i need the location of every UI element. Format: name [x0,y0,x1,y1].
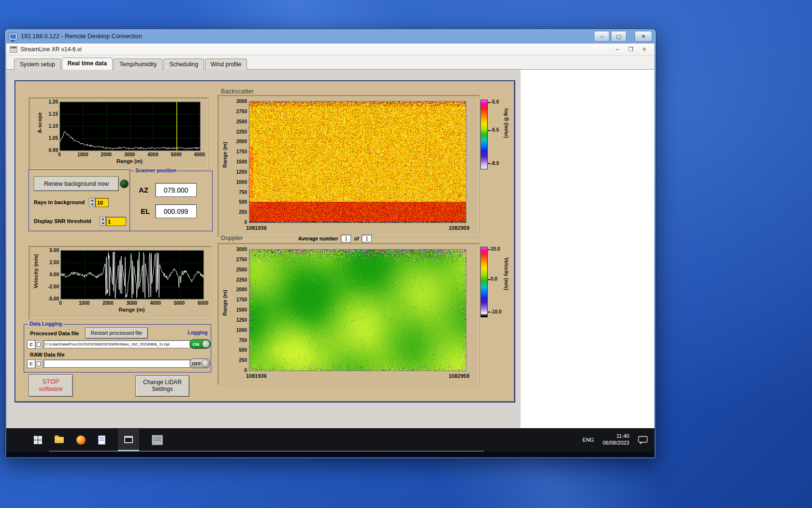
active-app-button[interactable] [118,429,139,451]
toggle-knob [202,359,209,367]
backscatter-y-ticks: 3000275025002250200017501500125010007505… [231,101,247,222]
scanner-position-box: Scanner position AZ 079.000 EL 000.099 [130,171,213,231]
tick-label: 1750 [236,149,247,154]
clock-date: 06/08/2023 [603,440,629,447]
colorbar-tick-label: -6.5 [488,127,499,133]
notification-icon[interactable] [638,436,648,444]
doppler-y-ticks: 3000275025002250200017501500125010007505… [231,249,247,370]
colorbar-tick-label: 0.0 [488,276,497,282]
tick-label: 2000 [102,300,113,306]
ascope-plot-area [59,102,201,151]
doppler-title: Doppler [221,234,243,241]
processed-logging-toggle[interactable]: ON [189,339,211,349]
tick-label: 0.99 [49,148,58,153]
tick-label: 250 [239,358,247,363]
backscatter-x-labels: 1081936 1082959 [246,225,469,231]
data-logging-box: Data Logging Processed Data file Restart… [24,324,211,373]
raw-logging-toggle[interactable]: OFF [189,359,210,368]
backscatter-plot-area [249,101,466,223]
restart-processed-file-button[interactable]: Restart processed file [85,328,148,339]
tick-label: 0 [244,368,247,373]
lidar-control-panel: A-scope 1.201.151.101.050.99 01000200030… [14,80,515,403]
processed-drive-button[interactable]: C [27,340,35,349]
language-indicator[interactable]: ENG [582,437,594,443]
tab-scheduling[interactable]: Scheduling [163,59,203,70]
raw-browse-icon[interactable] [35,359,42,368]
processed-browse-icon[interactable] [35,340,42,349]
raw-drive-button[interactable]: C [27,359,35,368]
tick-label: 1.10 [49,123,58,129]
tick-label: 750 [239,338,247,343]
tab-temp-humidity[interactable]: Temp/humidity [114,59,162,70]
raw-data-file-label: RAW Data file [30,352,65,358]
tick-label: 3000 [124,152,135,157]
backscatter-x-end: 1082959 [449,225,469,231]
clock-time: 11:40 [616,433,629,440]
tick-label: 2250 [236,277,247,283]
rays-in-background-label: Rays in background [34,199,85,205]
file-explorer-button[interactable] [55,437,64,443]
average-number-row: Average number 1 of 1 [298,235,372,242]
velocity-x-axis-label: Range (m) [60,307,203,313]
streamline-app-window: StreamLine XR v14-6.vi – ❐ ✕ System setu… [6,44,654,428]
average-number-field[interactable]: 1 [341,235,351,242]
app-minimize-button[interactable]: – [610,45,624,54]
renew-background-button[interactable]: Renew background now [34,177,119,191]
tab-real-time-data[interactable]: Real time data [62,58,113,70]
snr-spinner[interactable] [100,217,106,226]
tick-label: 5000 [174,300,185,306]
el-value-field[interactable]: 000.099 [155,204,197,218]
app-titlebar[interactable]: StreamLine XR v14-6.vi – ❐ ✕ [6,44,654,56]
document-app-button[interactable] [98,435,105,445]
raw-path-field[interactable] [44,359,190,368]
tick-label: 1250 [236,317,247,323]
tick-label: 3000 [236,99,247,104]
document-icon [98,435,105,445]
rdp-minimize-button[interactable]: – [594,31,609,42]
backscatter-colorbar-label: log B (/m/sr) [504,108,509,138]
scan-scheduler-button[interactable] [152,435,163,445]
az-value-field[interactable]: 079.000 [155,183,197,197]
tick-label: 1000 [79,300,89,306]
firefox-button[interactable] [76,435,86,445]
clock[interactable]: 11:40 06/08/2023 [603,433,629,447]
tick-label: 1000 [236,179,247,185]
app-close-button[interactable]: ✕ [638,45,651,54]
colorbar-tick-label: 10.0 [488,246,500,252]
tick-label: 0.00 [50,272,59,277]
snr-value-field[interactable]: 1 [106,217,126,226]
tab-system-setup[interactable]: System setup [14,59,61,70]
vi-front-panel: A-scope 1.201.151.101.050.99 01000200030… [6,70,654,428]
desktop-background: 192.168.0.122 - Remote Desktop Connectio… [0,0,812,508]
rdp-titlebar[interactable]: 192.168.0.122 - Remote Desktop Connectio… [5,29,656,44]
rdp-window-controls: – ▢ ✕ [594,31,652,42]
backscatter-chart: Range (m) 300027502500225020001750150012… [218,95,479,237]
tick-label: 2750 [236,109,247,114]
backscatter-title: Backscatter [221,88,254,95]
stop-software-button[interactable]: STOP software [29,374,73,397]
ascope-trace [60,102,200,150]
rays-value-field[interactable]: 10 [95,198,109,207]
processed-path-field[interactable]: C:\Lidar\Data\Proc\2023\202308\20230806\… [44,340,190,348]
velocity-y-ticks: 5.002.500.00-2.50-5.00 [41,250,59,299]
data-logging-title: Data Logging [28,321,63,327]
doppler-plot-area [249,249,466,371]
backscatter-colorbar [480,100,488,169]
stop-line1: STOP [42,378,59,386]
tick-label: 6000 [198,300,208,306]
scanner-position-title: Scanner position [134,167,178,173]
doppler-chart: Range (m) 300027502500225020001750150012… [218,243,479,385]
rdp-close-button[interactable]: ✕ [635,31,652,42]
app-restore-button[interactable]: ❐ [624,45,638,54]
tab-wind-profile[interactable]: Wind profile [205,59,247,70]
doppler-x-start: 1081936 [246,373,267,379]
average-of-field[interactable]: 1 [362,235,372,242]
tick-label: 1.15 [49,111,58,117]
rdp-maximize-button[interactable]: ▢ [611,31,626,42]
rays-spinner[interactable] [89,198,95,207]
toggle-knob [202,340,210,348]
average-number-label: Average number [298,236,338,241]
start-button[interactable] [34,436,42,444]
backscatter-colorbar-ticks: -5.0-6.5-8.0 [488,100,506,168]
change-lidar-settings-button[interactable]: Change LiDAR Settings [135,375,189,397]
